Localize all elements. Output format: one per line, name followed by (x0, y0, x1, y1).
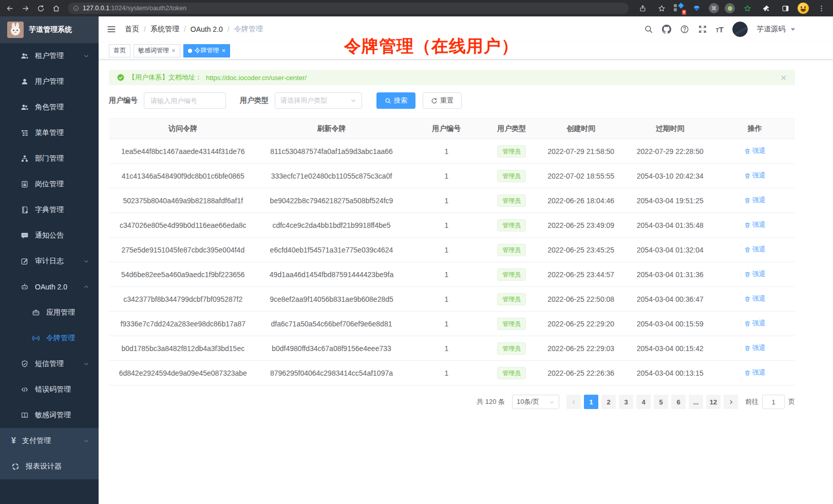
browser-reload-icon[interactable] (34, 2, 47, 15)
share-icon[interactable] (636, 2, 649, 15)
force-logout-button[interactable]: 强退 (744, 269, 766, 279)
force-logout-button[interactable]: 强退 (744, 368, 766, 377)
column-header-0: 访问令牌 (109, 119, 257, 139)
pagination-page-12[interactable]: 12 (706, 395, 721, 409)
sidebar-item-dict-management[interactable]: 字典管理 (0, 197, 99, 223)
refresh-token-cell: e6cfd40eb1f54571a31e775e039c4624 (257, 238, 406, 262)
access-token-cell: b0d1785bc3a8482f812db4a3f3bd15ec (109, 336, 257, 361)
sidebar-item-pay-management[interactable]: ¥支付管理 (0, 428, 99, 454)
force-logout-button[interactable]: 强退 (744, 319, 766, 328)
sidebar-item-post-management[interactable]: 岗位管理 (0, 171, 99, 197)
app-logo-bar[interactable]: 芋道管理系统 (0, 16, 99, 43)
browser-home-icon[interactable] (49, 2, 63, 15)
token-table: 访问令牌刷新令牌用户编号用户类型创建时间过期时间操作 1ea5e44f8bc14… (109, 118, 795, 385)
users-icon (21, 52, 29, 60)
gem-extension-icon[interactable] (690, 2, 703, 15)
pagination: 共 120 条 10条/页 123456...12 前往 页 (109, 395, 795, 409)
force-logout-button[interactable]: 强退 (744, 220, 766, 229)
pagination-page-5[interactable]: 5 (654, 395, 668, 409)
pagination-ellipsis[interactable]: ... (689, 395, 703, 409)
pagination-page-4[interactable]: 4 (636, 395, 651, 409)
pagination-prev-button[interactable] (566, 395, 581, 409)
trash-icon (744, 370, 751, 376)
sidebar-item-user-management[interactable]: 用户管理 (0, 69, 99, 94)
green-star-extension-icon[interactable] (741, 2, 754, 15)
force-logout-button[interactable]: 强退 (744, 196, 766, 205)
search-button[interactable]: 搜索 (376, 92, 415, 109)
expire-time-cell: 2054-03-04 01:35:48 (626, 213, 715, 238)
search-icon[interactable] (644, 25, 653, 34)
sidebar-item-report-designer[interactable]: 报表设计器 (0, 454, 99, 479)
table-row: c342377bf8b344799dcbf7bf095287f29ce8ef2a… (109, 287, 795, 312)
sidebar-item-menu-management[interactable]: 菜单管理 (0, 120, 99, 146)
hamburger-icon[interactable] (106, 24, 117, 34)
user-id-cell: 1 (406, 287, 487, 312)
pagination-page-3[interactable]: 3 (619, 395, 633, 409)
alert-close-icon[interactable]: ✕ (780, 74, 787, 82)
command-extension-icon[interactable]: ⌘ (709, 3, 719, 13)
github-icon[interactable] (662, 25, 671, 34)
font-size-icon[interactable]: TT (716, 25, 724, 34)
profile-avatar-icon[interactable] (798, 3, 809, 14)
doc-link[interactable]: https://doc.iocoder.cn/user-center/ (206, 74, 307, 82)
address-bar[interactable]: 127.0.0.1:1024/system/oauth2/token (68, 3, 629, 14)
refresh-token-cell: 811c530487574fa0af1a59d3abc1aa66 (257, 139, 406, 164)
pagination-page-2[interactable]: 2 (601, 395, 616, 409)
site-info-icon[interactable] (73, 5, 79, 11)
sidebar-item-app-management[interactable]: 应用管理 (0, 300, 99, 325)
bookmark-star-icon[interactable] (655, 2, 668, 15)
force-logout-button[interactable]: 强退 (744, 245, 766, 254)
pagination-page-6[interactable]: 6 (671, 395, 686, 409)
fullscreen-icon[interactable] (698, 25, 707, 34)
force-logout-button[interactable]: 强退 (744, 171, 766, 180)
side-panel-icon[interactable] (779, 2, 792, 15)
force-logout-button[interactable]: 强退 (744, 146, 766, 156)
sidebar-item-error-code-management[interactable]: 错误码管理 (0, 377, 99, 402)
chevron-down-icon[interactable] (791, 28, 795, 31)
browser-menu-icon[interactable] (815, 2, 828, 15)
tab-close-icon[interactable]: × (172, 47, 176, 54)
refresh-token-cell: 9ce8ef2aa9f14056b831ae9b608e28d5 (257, 287, 406, 312)
puzzle-extensions-icon[interactable] (760, 2, 773, 15)
tab-close-icon[interactable]: × (222, 47, 226, 54)
message-icon (21, 231, 29, 240)
breadcrumb-item-2[interactable]: OAuth 2.0 (191, 25, 223, 33)
user-avatar[interactable] (732, 22, 748, 37)
id-badge-icon (21, 180, 29, 188)
help-icon[interactable] (680, 25, 689, 34)
pagination-page-1[interactable]: 1 (584, 395, 598, 409)
breadcrumb-item-0[interactable]: 首页 (125, 25, 139, 34)
sidebar-item-audit-log[interactable]: 审计日志 (0, 248, 99, 274)
pagination-next-button[interactable] (724, 395, 738, 409)
tab-令牌管理[interactable]: 令牌管理× (183, 44, 231, 57)
user-id-input[interactable] (144, 92, 226, 109)
force-logout-button[interactable]: 强退 (744, 294, 766, 303)
force-logout-button[interactable]: 强退 (744, 343, 766, 353)
breadcrumb-item-1[interactable]: 系统管理 (150, 25, 179, 34)
access-token-cell: c347026e805e4d99b0d116eae66eda8c (109, 213, 257, 238)
extension-icon[interactable]: 9 (674, 3, 684, 13)
sidebar-item-token-management[interactable]: 令牌管理 (0, 325, 99, 351)
sidebar-item-dept-management[interactable]: 部门管理 (0, 146, 99, 171)
goto-label: 前往 (745, 397, 759, 406)
reset-button[interactable]: 重置 (423, 92, 462, 109)
column-header-2: 用户编号 (406, 119, 487, 139)
tab-敏感词管理[interactable]: 敏感词管理× (134, 44, 180, 57)
url-text: 127.0.0.1:1024/system/oauth2/token (83, 5, 186, 12)
column-header-6: 操作 (715, 119, 795, 139)
record-extension-icon[interactable] (725, 3, 735, 13)
sidebar-item-sensitive-word-management[interactable]: 敏感词管理 (0, 402, 99, 428)
sidebar-item-oauth2[interactable]: OAuth 2.0 (0, 274, 99, 300)
browser-back-icon[interactable] (3, 2, 16, 15)
sidebar-item-tenant-management[interactable]: 租户管理 (0, 43, 99, 69)
page-unit-label: 页 (788, 397, 795, 406)
chevron-down-icon (83, 258, 89, 264)
sidebar-item-role-management[interactable]: 角色管理 (0, 94, 99, 120)
browser-forward-icon[interactable] (18, 2, 32, 15)
goto-page-input[interactable] (762, 395, 785, 409)
sidebar-item-notice-announcement[interactable]: 通知公告 (0, 223, 99, 248)
tab-首页[interactable]: 首页 (109, 44, 130, 57)
page-size-select[interactable]: 10条/页 (512, 395, 559, 409)
sidebar-item-sms-management[interactable]: 短信管理 (0, 351, 99, 377)
user-type-select[interactable]: 请选择用户类型 (275, 92, 362, 109)
